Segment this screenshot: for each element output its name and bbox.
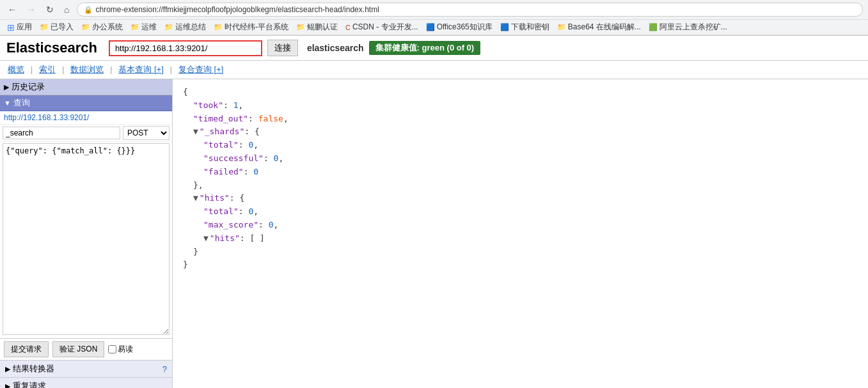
es-nav: 概览 | 索引 | 数据浏览 | 基本查询 [+] | 复合查询 [+] bbox=[0, 61, 868, 79]
repeat-request-header[interactable]: ▶ 重复请求 bbox=[0, 378, 172, 388]
bookmark-office[interactable]: 📁 办公系统 bbox=[79, 21, 125, 33]
right-panel: { "took": 1, "timed_out": false, ▼"_shar… bbox=[173, 79, 868, 388]
bookmark-imported-label: 已导入 bbox=[51, 22, 74, 33]
browser-chrome: ← → ↻ ⌂ 🔒 chrome-extension://ffmkiejjmec… bbox=[0, 0, 868, 36]
repeat-request-label: 重复请求 bbox=[13, 380, 46, 388]
tab-overview[interactable]: 概览 bbox=[5, 63, 27, 76]
bookmark-ops[interactable]: 📁 运维 bbox=[129, 21, 159, 33]
query-label: 查询 bbox=[13, 97, 30, 109]
json-line-12: } bbox=[183, 245, 858, 259]
json-line-6: "failed": 0 bbox=[183, 166, 858, 179]
bookmark-platform-label: 时代经纬-平台系统 bbox=[225, 22, 288, 33]
bookmark-csdn[interactable]: C CSDN - 专业开发... bbox=[343, 21, 420, 33]
bookmark-csdn-label: CSDN - 专业开发... bbox=[352, 22, 418, 33]
easy-read-checkbox[interactable] bbox=[108, 345, 116, 353]
json-line-0: { bbox=[183, 86, 858, 99]
json-line-4: "total": 0, bbox=[183, 139, 858, 152]
result-transformer-section: ▶ 结果转换器 ? bbox=[0, 360, 172, 377]
bookmark-aliyun-label: 阿里云上查杀挖矿... bbox=[659, 22, 727, 33]
json-line-8: ▼"hits": { bbox=[183, 192, 858, 205]
bookmark-ops-summary-label: 运维总结 bbox=[175, 22, 206, 33]
result-transformer-help-icon[interactable]: ? bbox=[162, 364, 167, 374]
address-bar[interactable]: 🔒 chrome-extension://ffmkiejjmecolpfloof… bbox=[77, 3, 863, 17]
lock-icon: 🔒 bbox=[84, 6, 93, 14]
es-url-input[interactable] bbox=[109, 40, 262, 56]
bookmark-kunpeng-label: 鲲鹏认证 bbox=[307, 22, 338, 33]
main-area: ▶ 历史记录 ▼ 查询 http://192.168.1.33:9201/ GE… bbox=[0, 79, 868, 388]
action-bar: 提交请求 验证 JSON 易读 bbox=[0, 338, 172, 360]
csdn-icon: C bbox=[345, 24, 351, 31]
json-line-7: }, bbox=[183, 179, 858, 192]
json-line-3: ▼"_shards": { bbox=[183, 125, 858, 139]
home-button[interactable]: ⌂ bbox=[61, 3, 72, 16]
shards-toggle[interactable]: ▼ bbox=[193, 127, 198, 136]
back-button[interactable]: ← bbox=[5, 3, 19, 16]
download-icon: 🟦 bbox=[500, 23, 509, 31]
bookmark-ops-summary[interactable]: 📁 运维总结 bbox=[162, 21, 208, 33]
history-arrow-icon: ▶ bbox=[4, 83, 9, 91]
bookmark-platform[interactable]: 📁 时代经纬-平台系统 bbox=[212, 21, 290, 33]
bookmark-aliyun[interactable]: 🟩 阿里云上查杀挖矿... bbox=[647, 21, 729, 33]
easy-read-label[interactable]: 易读 bbox=[108, 344, 133, 355]
query-url: http://192.168.1.33:9201/ bbox=[0, 111, 172, 125]
bookmark-download-label: 下载和密钥 bbox=[511, 22, 549, 33]
connect-button[interactable]: 连接 bbox=[267, 40, 298, 56]
tab-compound-query[interactable]: 复合查询 [+] bbox=[176, 63, 226, 76]
repeat-request-section: ▶ 重复请求 bbox=[0, 377, 172, 388]
bookmarks-bar: ​⊞ 应用 📁 已导入 📁 办公系统 📁 运维 📁 运维总结 📁 时代经纬-平台… bbox=[0, 20, 868, 35]
bookmark-ops-label: 运维 bbox=[141, 22, 157, 33]
bookmark-base64[interactable]: 📁 Base64 在线编码解... bbox=[555, 21, 643, 33]
endpoint-row: GET POST PUT DELETE HEAD bbox=[0, 125, 172, 142]
address-text: chrome-extension://ffmkiejjmecolpfloofpj… bbox=[95, 5, 856, 14]
easy-read-text: 易读 bbox=[118, 344, 133, 355]
folder-icon-4: 📁 bbox=[164, 23, 173, 31]
result-transformer-arrow-icon: ▶ bbox=[5, 365, 10, 373]
folder-icon-7: 📁 bbox=[557, 23, 566, 31]
es-header: Elasticsearch 连接 elasticsearch 集群健康值: gr… bbox=[0, 36, 868, 61]
json-line-11: ▼"hits": [ ] bbox=[183, 232, 858, 245]
hits-inner-toggle[interactable]: ▼ bbox=[203, 233, 209, 243]
cluster-name: elasticsearch bbox=[307, 43, 364, 53]
json-line-1: "took": 1, bbox=[183, 99, 858, 113]
json-line-10: "max_score": 0, bbox=[183, 219, 858, 232]
bookmark-apps-label: 应用 bbox=[17, 22, 32, 33]
bookmark-office-label: 办公系统 bbox=[92, 22, 123, 33]
endpoint-input[interactable] bbox=[3, 127, 120, 139]
json-line-2: "timed_out": false, bbox=[183, 113, 858, 126]
repeat-request-arrow-icon: ▶ bbox=[5, 382, 10, 389]
nav-bar: ← → ↻ ⌂ 🔒 chrome-extension://ffmkiejjmec… bbox=[0, 0, 868, 20]
query-body-area: {"query": {"match_all": {}}} bbox=[0, 142, 172, 338]
query-textarea[interactable]: {"query": {"match_all": {}}} bbox=[3, 143, 170, 335]
result-transformer-header[interactable]: ▶ 结果转换器 ? bbox=[0, 361, 172, 377]
folder-icon-6: 📁 bbox=[296, 23, 305, 31]
bookmark-office365[interactable]: 🟦 Office365知识库 bbox=[424, 21, 494, 33]
bookmark-office365-label: Office365知识库 bbox=[437, 22, 493, 33]
folder-icon-1: 📁 bbox=[40, 23, 49, 31]
hits-toggle[interactable]: ▼ bbox=[193, 193, 198, 203]
bookmark-imported[interactable]: 📁 已导入 bbox=[38, 21, 75, 33]
refresh-button[interactable]: ↻ bbox=[43, 3, 56, 16]
json-line-9: "total": 0, bbox=[183, 205, 858, 219]
tab-data-browser[interactable]: 数据浏览 bbox=[68, 63, 106, 76]
es-logo: Elasticsearch bbox=[6, 40, 97, 56]
aliyun-icon: 🟩 bbox=[649, 23, 658, 31]
bookmark-apps[interactable]: ​⊞ 应用 bbox=[5, 21, 34, 33]
left-panel: ▶ 历史记录 ▼ 查询 http://192.168.1.33:9201/ GE… bbox=[0, 79, 173, 388]
office365-icon: 🟦 bbox=[426, 23, 435, 31]
validate-button[interactable]: 验证 JSON bbox=[52, 341, 104, 357]
submit-button[interactable]: 提交请求 bbox=[4, 341, 49, 357]
folder-icon-5: 📁 bbox=[214, 23, 223, 31]
method-select[interactable]: GET POST PUT DELETE HEAD bbox=[123, 126, 170, 140]
bookmark-download[interactable]: 🟦 下载和密钥 bbox=[498, 21, 551, 33]
bookmark-kunpeng[interactable]: 📁 鲲鹏认证 bbox=[294, 21, 340, 33]
forward-button[interactable]: → bbox=[24, 3, 38, 16]
query-section-header[interactable]: ▼ 查询 bbox=[0, 95, 172, 111]
health-badge: 集群健康值: green (0 of 0) bbox=[369, 41, 481, 55]
history-label: 历史记录 bbox=[12, 81, 45, 93]
history-section-header[interactable]: ▶ 历史记录 bbox=[0, 79, 172, 95]
json-line-13: } bbox=[183, 258, 858, 272]
apps-icon: ​⊞ bbox=[7, 22, 15, 33]
folder-icon-3: 📁 bbox=[130, 23, 139, 31]
tab-index[interactable]: 索引 bbox=[36, 63, 58, 76]
tab-basic-query[interactable]: 基本查询 [+] bbox=[116, 63, 166, 76]
